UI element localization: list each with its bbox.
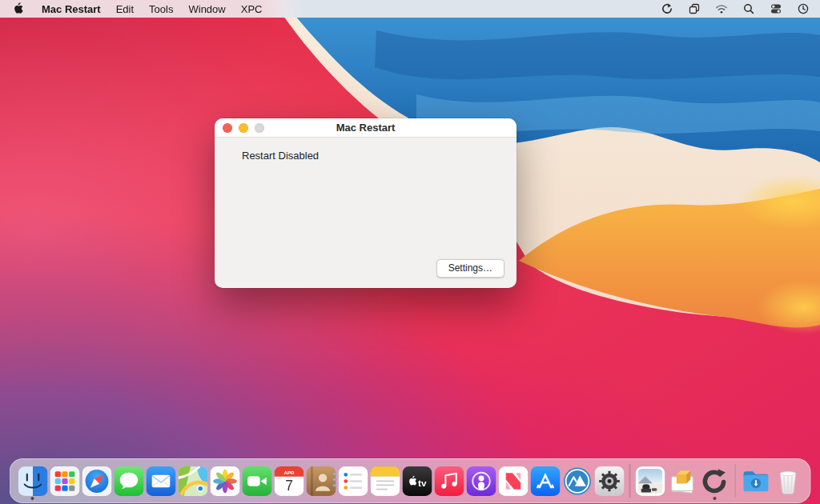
dock-document-stack-app[interactable] [667, 466, 697, 496]
dock-messages[interactable] [114, 466, 144, 496]
dock-photos[interactable] [210, 466, 240, 496]
dock-finder[interactable] [18, 466, 48, 496]
dock-mountain-peaks-app[interactable] [562, 466, 593, 496]
running-indicator [713, 497, 716, 500]
menu-window[interactable]: Window [188, 3, 225, 15]
tv-label: tv [418, 478, 427, 489]
window-titlebar[interactable]: Mac Restart [215, 118, 517, 138]
restart-status-text: Restart Disabled [242, 150, 319, 162]
wifi-icon[interactable] [714, 2, 729, 16]
clock-icon[interactable] [796, 2, 810, 16]
dock-downloads-folder[interactable] [741, 466, 771, 496]
dock-app-store[interactable] [530, 466, 561, 496]
dock-music[interactable] [434, 466, 464, 496]
dock-apple-tv[interactable]: tv [402, 466, 432, 496]
calendar-month-label: APR [283, 469, 295, 474]
window-content: Restart Disabled Settings… [215, 138, 517, 288]
dock-podcasts[interactable] [466, 466, 496, 496]
settings-button[interactable]: Settings… [436, 259, 504, 278]
window-title: Mac Restart [215, 122, 517, 134]
menu-bar: Mac Restart Edit Tools Window XPC [0, 0, 820, 18]
menu-xpc[interactable]: XPC [241, 3, 263, 15]
running-indicator [31, 497, 34, 500]
apple-menu[interactable] [10, 2, 26, 15]
dock-calendar[interactable]: APR 7 [274, 466, 304, 496]
menu-edit[interactable]: Edit [116, 3, 134, 15]
dock-maps[interactable] [178, 466, 208, 496]
dock-notes[interactable] [370, 466, 400, 496]
dock-landscape-photo-app[interactable] [635, 466, 665, 496]
dock-contacts[interactable] [306, 466, 336, 496]
dock-reminders[interactable] [338, 466, 368, 496]
menu-tools[interactable]: Tools [149, 3, 173, 15]
mac-restart-window: Mac Restart Restart Disabled Settings… [215, 118, 517, 288]
windows-status-icon[interactable] [687, 2, 701, 16]
dock-launchpad[interactable] [50, 466, 80, 496]
dock-facetime[interactable] [242, 466, 272, 496]
dock-system-preferences[interactable] [594, 466, 625, 496]
control-center-icon[interactable] [769, 2, 783, 16]
menu-app-name[interactable]: Mac Restart [42, 3, 101, 15]
dock-separator [734, 464, 736, 498]
restart-status-icon[interactable] [660, 2, 674, 16]
dock-separator [629, 464, 631, 498]
search-icon[interactable] [742, 2, 756, 16]
dock-mail[interactable] [146, 466, 176, 496]
apple-icon [13, 2, 23, 15]
calendar-day-label: 7 [285, 477, 293, 493]
dock: APR 7 [10, 458, 811, 503]
dock-trash[interactable] [773, 466, 803, 496]
desktop: Mac Restart Edit Tools Window XPC [0, 0, 820, 504]
dock-mac-restart-app[interactable] [699, 466, 730, 496]
dock-safari[interactable] [82, 466, 112, 496]
dock-news[interactable] [498, 466, 529, 496]
